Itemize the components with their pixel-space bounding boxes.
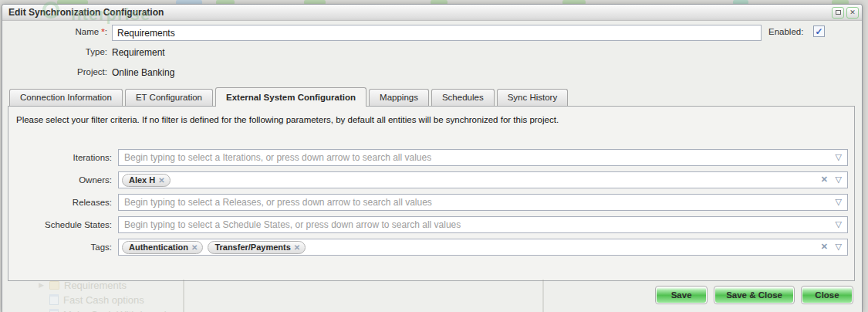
edit-synchronization-configuration-dialog: Edit Synchronization Configuration ✕ Nam… (2, 4, 863, 312)
dialog-titlebar[interactable]: Edit Synchronization Configuration ✕ (2, 5, 862, 21)
type-label: Type: (2, 47, 107, 56)
releases-combobox[interactable]: Begin typing to select a Releases, or pr… (118, 194, 848, 211)
tags-dropdown-arrow-icon[interactable]: ▽ (836, 242, 842, 252)
releases-row: Releases: Begin typing to select a Relea… (8, 194, 848, 211)
dialog-title: Edit Synchronization Configuration (8, 7, 829, 18)
enabled-checkbox[interactable]: ✓ (813, 25, 825, 37)
filter-instruction-text: Please select your filter criteria. If n… (16, 115, 559, 124)
project-label: Project: (2, 67, 107, 76)
owners-combobox[interactable]: Alex H ✕ ✕ ▽ (118, 171, 848, 188)
schedule-states-combobox[interactable]: Begin typing to select a Schedule States… (118, 216, 848, 233)
save-button[interactable]: Save (655, 286, 708, 304)
owner-tag-chip: Alex H ✕ (122, 174, 171, 187)
iterations-combobox[interactable]: Begin typing to select a Iterations, or … (118, 149, 848, 166)
tab-connection-information[interactable]: Connection Information (9, 89, 123, 107)
check-icon: ✓ (815, 26, 822, 37)
tab-mappings[interactable]: Mappings (369, 89, 429, 107)
schedule-states-row: Schedule States: Begin typing to select … (8, 216, 848, 233)
tags-label: Tags: (8, 242, 118, 252)
tags-clear-icon[interactable]: ✕ (821, 242, 828, 252)
iterations-label: Iterations: (8, 153, 118, 162)
owners-row: Owners: Alex H ✕ ✕ ▽ (8, 171, 848, 188)
tab-et-configuration[interactable]: ET Configuration (125, 89, 213, 107)
owners-clear-icon[interactable]: ✕ (821, 175, 828, 185)
tag-chip-label: Authentication (129, 242, 188, 252)
schedule-states-label: Schedule States: (8, 220, 118, 229)
maximize-icon (836, 10, 841, 15)
tab-sync-history[interactable]: Sync History (497, 89, 569, 107)
remove-tag-icon[interactable]: ✕ (294, 243, 300, 252)
tag-chip-label: Transfer/Payments (214, 242, 290, 252)
releases-dropdown-arrow-icon[interactable]: ▽ (836, 197, 842, 207)
maximize-button[interactable] (832, 7, 844, 19)
enabled-label: Enabled: (768, 27, 803, 36)
tags-combobox[interactable]: Authentication ✕ Transfer/Payments ✕ ✕ ▽ (118, 239, 848, 256)
external-system-configuration-panel: Please select your filter criteria. If n… (8, 106, 855, 281)
close-button[interactable]: Close (801, 286, 853, 304)
releases-placeholder: Begin typing to select a Releases, or pr… (122, 197, 432, 208)
tag-chip: Authentication ✕ (122, 241, 203, 254)
name-label: Name *: (2, 27, 107, 36)
iterations-row: Iterations: Begin typing to select a Ite… (8, 149, 848, 166)
schedule-states-placeholder: Begin typing to select a Schedule States… (122, 219, 461, 230)
tags-row: Tags: Authentication ✕ Transfer/Payments… (8, 239, 848, 256)
owners-label: Owners: (8, 175, 118, 185)
owners-dropdown-arrow-icon[interactable]: ▽ (836, 175, 842, 185)
tab-strip: Connection Information ET Configuration … (9, 87, 568, 107)
schedule-states-dropdown-arrow-icon[interactable]: ▽ (836, 219, 842, 229)
tab-external-system-configuration[interactable]: External System Configuration (215, 87, 366, 107)
releases-label: Releases: (8, 198, 118, 207)
remove-owner-tag-icon[interactable]: ✕ (158, 176, 164, 185)
remove-tag-icon[interactable]: ✕ (191, 243, 198, 252)
save-and-close-button[interactable]: Save & Close (714, 286, 795, 304)
close-window-button[interactable]: ✕ (846, 7, 859, 19)
tag-chip: Transfer/Payments ✕ (208, 241, 306, 254)
tab-schedules[interactable]: Schedules (431, 89, 495, 107)
filter-fields: Iterations: Begin typing to select a Ite… (8, 149, 848, 261)
iterations-dropdown-arrow-icon[interactable]: ▽ (836, 152, 842, 162)
type-value: Requirement (112, 47, 165, 58)
owner-tag-label: Alex H (129, 175, 155, 185)
dialog-footer: Save Save & Close Close (655, 286, 853, 304)
iterations-placeholder: Begin typing to select a Iterations, or … (122, 152, 431, 163)
close-icon: ✕ (849, 8, 856, 16)
name-input[interactable] (112, 25, 762, 41)
project-value: Online Banking (112, 67, 174, 78)
